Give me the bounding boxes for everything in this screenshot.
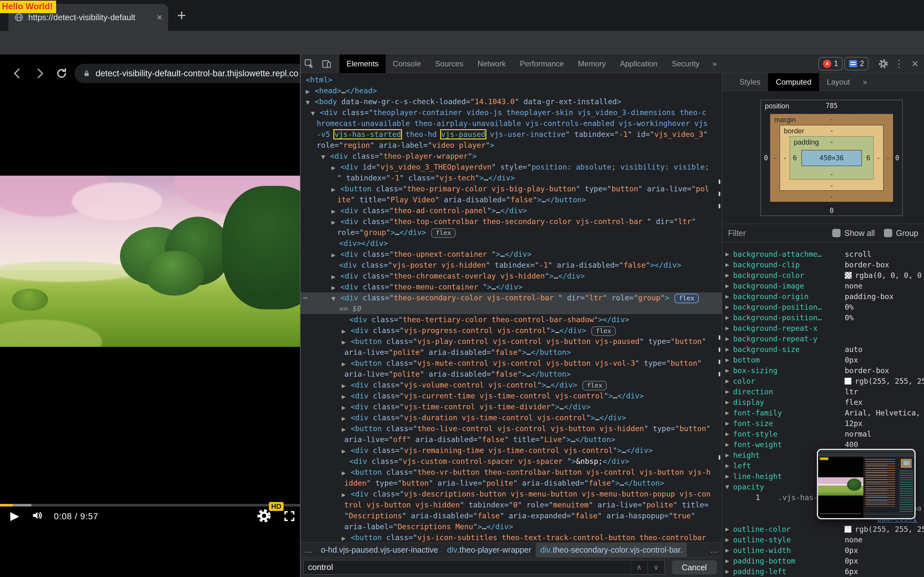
back-icon[interactable] [11,67,24,80]
expand-icon[interactable]: ▶ [722,452,733,458]
expand-icon[interactable]: ▶ [722,569,733,574]
dom-tree-row[interactable]: ▶<div class="vjs-descriptions-button vjs… [300,488,722,500]
dom-tree-row[interactable]: ▶<button class="vjs-play-control vjs-con… [300,336,722,347]
expand-icon[interactable]: ▶ [722,548,733,553]
box-model-padding[interactable]: padding - 6 6 - 450×36 [790,136,874,179]
cancel-button[interactable]: Cancel [672,560,717,574]
expand-icon[interactable]: ▶ [342,424,351,434]
computed-property-row[interactable]: ▶font-size12px [722,418,924,429]
dom-tree-row[interactable]: ite" title="Play Video" aria-disabled="f… [300,194,722,205]
expand-icon[interactable]: ▶ [342,468,351,478]
flex-badge[interactable]: flex [674,293,699,303]
computed-property-row[interactable]: ▶outline-stylenone [722,534,924,545]
search-prev-icon[interactable]: ∧ [630,560,648,574]
device-toolbar-icon[interactable] [318,55,335,73]
sidebar-tab-layout[interactable]: Layout [819,73,858,91]
tab-close-icon[interactable]: × [157,13,162,22]
dom-tree-row[interactable]: role="region" aria-label="video player"> [300,140,722,151]
sidebar-more-tabs-icon[interactable]: » [858,77,872,87]
expand-icon[interactable]: ▶ [722,262,733,268]
computed-property-row[interactable]: ▶colorrgb(255, 255, 25 [722,376,924,386]
volume-icon[interactable] [30,509,44,522]
collapse-icon[interactable]: ▼ [331,293,341,303]
expand-icon[interactable]: ▶ [722,442,733,448]
expand-icon[interactable]: ▶ [722,326,733,331]
dom-tree-row[interactable]: ▶<div class="vjs-remaining-time vjs-time… [300,445,722,456]
video-frame[interactable] [0,176,300,347]
devtools-close-icon[interactable]: × [906,57,924,71]
breadcrumb-item[interactable]: div.theo-secondary-color.vjs-control-bar… [536,543,687,558]
dom-tree-row[interactable]: ▶<div class="vjs-time-control vjs-time-d… [300,401,722,412]
tab-console[interactable]: Console [386,55,428,73]
computed-property-row[interactable]: ▶box-sizingborder-box [722,365,924,376]
dom-tree-row[interactable]: <html> [300,74,722,85]
dom-tree-row[interactable]: ⋯▼<div class="theo-secondary-color vjs-c… [300,292,722,303]
expand-icon[interactable]: ▶ [722,336,733,342]
dom-tree-row[interactable]: hromecast-unavailable theo-airplay-unava… [300,118,722,129]
expand-icon[interactable]: ▶ [342,446,351,456]
expand-icon[interactable]: ▶ [331,250,341,259]
dom-tree-row[interactable]: ▶<div class="theo-ad-control-panel">…</d… [300,205,722,216]
computed-property-row[interactable]: ▶background-sizeauto [722,344,924,355]
sidebar-tab-styles[interactable]: Styles [732,73,768,91]
expand-icon[interactable]: ▶ [722,474,733,479]
forward-icon[interactable] [33,67,46,80]
devtools-settings-gear-icon[interactable] [875,55,892,73]
tab-application[interactable]: Application [613,55,664,73]
dom-tree-row[interactable]: <div class="theo-tertiary-color theo-con… [300,314,722,325]
expand-icon[interactable]: ▶ [306,86,315,96]
computed-property-row[interactable]: ▶background-position…0% [722,312,924,323]
expand-icon[interactable]: ▶ [342,402,351,412]
expand-icon[interactable]: ▶ [722,378,733,384]
dom-tree-row[interactable]: ▶<div class="vjs-duration vjs-time-contr… [300,412,722,423]
flex-badge[interactable]: flex [431,228,456,238]
expand-icon[interactable]: ▶ [722,293,733,300]
dom-tree-row[interactable]: ▼<div class="theo-player-wrapper"> [300,151,722,161]
dom-tree-row[interactable]: ▶<div class="vjs-current-time vjs-time-c… [300,390,722,401]
screenshot-thumbnail[interactable] [817,449,916,519]
computed-property-row[interactable]: ▶outline-width0px [722,545,924,556]
expand-icon[interactable]: ▶ [722,421,733,426]
expand-icon[interactable]: ▶ [722,367,733,374]
new-tab-button[interactable]: + [177,6,186,24]
reload-icon[interactable] [55,67,68,80]
flex-badge[interactable]: flex [591,326,615,336]
expand-icon[interactable]: ▶ [722,410,733,416]
dom-tree-row[interactable]: ▶<button class="vjs-icon-subtitles theo-… [300,532,722,542]
collapse-icon[interactable]: ▼ [722,484,733,490]
breadcrumb-overflow-right[interactable]: … [706,545,722,554]
expand-icon[interactable]: ▶ [342,359,351,369]
color-swatch-icon[interactable] [845,526,851,533]
expand-icon[interactable]: ▶ [331,163,341,172]
sidebar-tab-computed[interactable]: Computed [768,73,819,91]
dom-tree-row[interactable]: "Descriptions" aria-disabled="false" ari… [300,510,722,521]
tab-memory[interactable]: Memory [571,55,613,73]
dom-tree-row[interactable]: role="group">…</div>flex [300,227,722,238]
dom-tree-row[interactable]: ▼<body data-new-gr-c-s-check-loaded="14.… [300,96,722,107]
computed-property-row[interactable]: ▶background-colorrgba(0, 0, 0, 0 [722,270,924,280]
dom-tree-row[interactable]: aria-label="Descriptions Menu">…</div> [300,521,722,532]
expand-icon[interactable]: ▶ [722,389,733,395]
expand-icon[interactable]: ▶ [722,283,733,289]
computed-property-row[interactable]: ▶padding-left6px [722,566,924,577]
devtools-kebab-icon[interactable]: ⋮ [892,58,906,69]
dom-tree-row[interactable]: ▶<div class="theo-upnext-container ">…</… [300,249,722,259]
dom-tree-row[interactable]: ▶<button class="theo-live-control vjs-co… [300,423,722,434]
expand-icon[interactable]: ▶ [342,392,351,401]
computed-property-row[interactable]: ▶directionltr [722,386,924,397]
dom-tree-row[interactable]: aria-live="polite" aria-disabled="false"… [300,369,722,380]
computed-property-row[interactable]: ▶background-repeat-x [722,323,924,334]
dom-tree-row[interactable]: ▶<head>…</head> [300,85,722,96]
expand-icon[interactable]: ▶ [722,537,733,543]
computed-property-row[interactable]: ▶bottom0px [722,355,924,365]
dom-tree-row[interactable]: ▶<div class="vjs-volume-control vjs-cont… [300,380,722,390]
message-badge[interactable]: 2 [845,57,869,71]
dom-tree-row[interactable]: idden" type="button" aria-live="polite" … [300,478,722,488]
more-tabs-icon[interactable]: » [706,59,722,68]
collapse-icon[interactable]: ▼ [311,108,320,118]
computed-property-row[interactable]: ▶background-clipborder-box [722,259,924,270]
dom-tree-row[interactable]: <div class="vjs-poster vjs-hidden" tabin… [300,259,722,271]
box-model[interactable]: position 785 0 0 0 margin - - - - border… [760,100,903,216]
dom-tree-row[interactable]: ▶<div class="theo-menu-container ">…</di… [300,282,722,292]
expand-icon[interactable]: ▶ [342,326,351,336]
